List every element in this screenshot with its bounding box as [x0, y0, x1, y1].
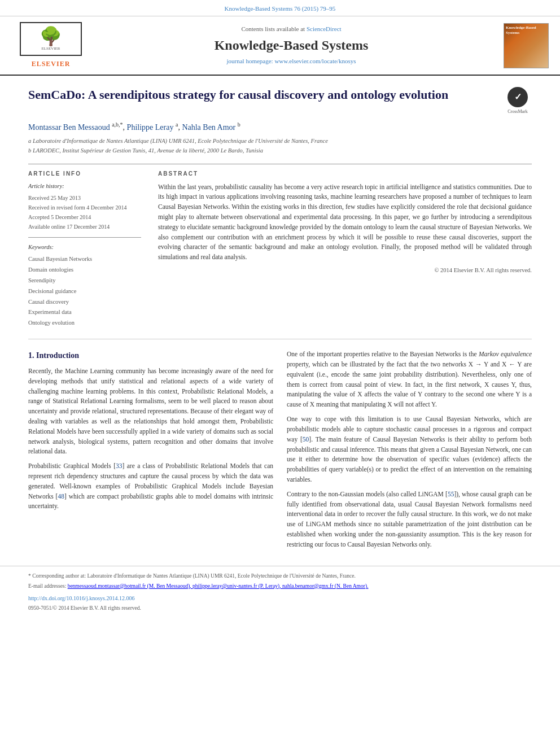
author-2-affiliation: a [176, 121, 178, 128]
author-1-affiliation: a,b,* [112, 121, 123, 128]
affiliation-a: a Laboratoire d'Informatique de Nantes A… [28, 137, 532, 146]
section-number: 1. [28, 351, 34, 360]
journal-homepage-link[interactable]: journal homepage: www.elsevier.com/locat… [226, 58, 356, 64]
keyword-1: Causal Bayesian Networks [28, 254, 141, 265]
page: Knowledge-Based Systems 76 (2015) 79–95 … [0, 0, 560, 747]
right-paragraph-1: One of the important properties relative… [287, 350, 532, 410]
ref-50[interactable]: 50 [303, 436, 309, 443]
intro-section-title: 1. Introduction [28, 350, 273, 362]
paper-title-section: SemCaDo: A serendipitous strategy for ca… [28, 87, 532, 115]
header-divider [28, 164, 532, 164]
author-1-link[interactable]: Montassar Ben Messaoud [28, 123, 110, 132]
journal-reference-bar: Knowledge-Based Systems 76 (2015) 79–95 [0, 0, 560, 16]
available-date: Available online 17 December 2014 [28, 222, 141, 231]
keyword-4: Decisional guidance [28, 286, 141, 297]
abstract-paragraph: Within the last years, probabilistic cau… [158, 182, 532, 263]
journal-thumb-text: Knowledge-Based Systems [504, 24, 548, 37]
ref-55[interactable]: 55 [448, 491, 454, 497]
sciencedirect-link[interactable]: ScienceDirect [307, 25, 342, 32]
article-history: Received 25 May 2013 Received in revised… [28, 194, 141, 231]
crossmark-icon: ✓ [508, 87, 528, 107]
paper-title: SemCaDo: A serendipitous strategy for ca… [28, 87, 492, 103]
section-title-text: Introduction [36, 351, 79, 360]
affiliation-b: b LARODEC, Institut Supérieur de Gestion… [28, 147, 532, 155]
crossmark-badge[interactable]: ✓ CrossMark [504, 87, 532, 115]
footer-issn: 0950-7051/© 2014 Elsevier B.V. All right… [28, 605, 532, 612]
intro-paragraph-2: Probabilistic Graphical Models [33] are … [28, 461, 273, 512]
elsevier-logo: 🌳 ELSEVIER ELSEVIER [11, 22, 90, 69]
right-paragraph-2: One way to cope with this limitation is … [287, 414, 532, 485]
article-history-label: Article history: [28, 182, 141, 191]
accepted-date: Accepted 5 December 2014 [28, 213, 141, 222]
article-info-heading: ARTICLE INFO [28, 170, 141, 178]
elsevier-wordmark: ELSEVIER [32, 59, 71, 69]
email-label: E-mail addresses: [28, 583, 66, 589]
article-info-abstract-section: ARTICLE INFO Article history: Received 2… [28, 170, 532, 329]
journal-title: Knowledge-Based Systems [102, 36, 481, 55]
ref-48[interactable]: 48 [58, 493, 64, 500]
keywords-section: Keywords: Causal Bayesian Networks Domai… [28, 243, 141, 329]
journal-thumbnail: Knowledge-Based Systems [504, 23, 549, 68]
body-section: 1. Introduction Recently, the Machine Le… [28, 350, 532, 554]
journal-thumbnail-section: Knowledge-Based Systems [492, 23, 549, 68]
revised-date: Received in revised form 4 December 2014 [28, 203, 141, 212]
authors-line: Montassar Ben Messaoud a,b,*, Philippe L… [28, 121, 532, 133]
author-2-link[interactable]: Philippe Leray [127, 123, 174, 132]
received-date: Received 25 May 2013 [28, 194, 141, 203]
keyword-list: Causal Bayesian Networks Domain ontologi… [28, 254, 141, 329]
keyword-6: Experimental data [28, 307, 141, 318]
copyright-line: © 2014 Elsevier B.V. All rights reserved… [158, 266, 532, 275]
body-right-column: One of the important properties relative… [287, 350, 532, 554]
keyword-5: Causal discovery [28, 297, 141, 308]
body-divider [28, 339, 532, 339]
article-info-column: ARTICLE INFO Article history: Received 2… [28, 170, 141, 329]
intro-paragraph-1: Recently, the Machine Learning community… [28, 366, 273, 457]
paper-content: SemCaDo: A serendipitous strategy for ca… [0, 76, 560, 566]
sciencedirect-line: Contents lists available at ScienceDirec… [102, 25, 481, 33]
body-left-column: 1. Introduction Recently, the Machine Le… [28, 350, 273, 554]
elsevier-logo-section: 🌳 ELSEVIER ELSEVIER [11, 22, 90, 69]
journal-header: 🌳 ELSEVIER ELSEVIER Contents lists avail… [0, 16, 560, 76]
email-links[interactable]: benmessaoud.montassar@hotmail.fr (M. Ben… [68, 583, 369, 589]
journal-reference-link[interactable]: Knowledge-Based Systems 76 (2015) 79–95 [225, 5, 336, 12]
abstract-text: Within the last years, probabilistic cau… [158, 182, 532, 276]
author-3-affiliation: b [238, 121, 240, 128]
doi-link[interactable]: http://dx.doi.org/10.1016/j.knosys.2014.… [28, 595, 134, 601]
keyword-3: Serendipity [28, 276, 141, 286]
elsevier-logo-box: 🌳 ELSEVIER [20, 22, 82, 56]
abstract-column: ABSTRACT Within the last years, probabil… [158, 170, 532, 329]
affiliations: a Laboratoire d'Informatique de Nantes A… [28, 137, 532, 155]
corresponding-note: * Corresponding author at: Laboratoire d… [28, 572, 532, 580]
keyword-7: Ontology evolution [28, 318, 141, 329]
ref-33[interactable]: 33 [116, 462, 123, 469]
paper-title-text: SemCaDo: A serendipitous strategy for ca… [28, 87, 492, 110]
info-divider [28, 237, 141, 238]
right-paragraph-3: Contrary to the non-Gaussian models (als… [287, 490, 532, 550]
footer-section: * Corresponding author at: Laboratoire d… [0, 566, 560, 618]
abstract-heading: ABSTRACT [158, 170, 532, 178]
journal-title-section: Contents lists available at ScienceDirec… [90, 25, 492, 65]
footer-links: http://dx.doi.org/10.1016/j.knosys.2014.… [28, 595, 532, 602]
crossmark-label: CrossMark [508, 108, 528, 115]
journal-homepage: journal homepage: www.elsevier.com/locat… [102, 57, 481, 65]
keyword-2: Domain ontologies [28, 265, 141, 276]
email-note: E-mail addresses: benmessaoud.montassar@… [28, 582, 532, 590]
keywords-label: Keywords: [28, 243, 141, 252]
author-3-link[interactable]: Nahla Ben Amor [182, 123, 235, 132]
